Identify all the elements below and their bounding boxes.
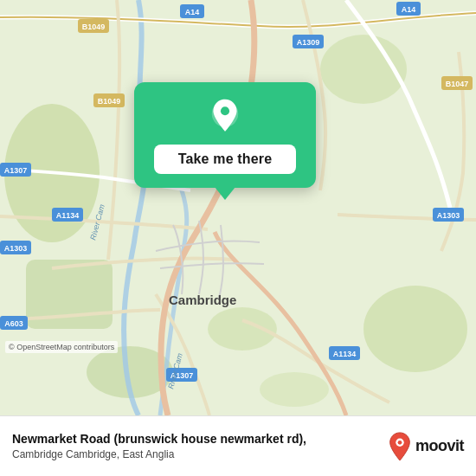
svg-text:A14: A14 [185, 8, 200, 16]
info-bar: Newmarket Road (brunswick house newmarke… [0, 415, 476, 476]
location-pin-icon [206, 98, 244, 136]
svg-text:A1134: A1134 [56, 211, 80, 220]
moovit-pin-icon [388, 432, 412, 461]
svg-text:A1303: A1303 [437, 211, 460, 220]
moovit-wordmark: moovit [415, 437, 464, 455]
info-text: Newmarket Road (brunswick house newmarke… [12, 431, 379, 462]
svg-text:Cambridge: Cambridge [169, 293, 236, 307]
map-view: A14 A14 B1049 B1049 A1307 A1309 B1047 A1… [0, 0, 476, 415]
map-attribution: © OpenStreetMap contributors [5, 341, 118, 353]
svg-text:B1047: B1047 [446, 80, 469, 88]
svg-text:A1307: A1307 [4, 166, 28, 175]
svg-text:B1049: B1049 [82, 23, 106, 31]
svg-text:A603: A603 [4, 319, 23, 328]
svg-point-41 [398, 440, 402, 444]
svg-text:A14: A14 [402, 5, 416, 14]
location-title: Newmarket Road (brunswick house newmarke… [12, 431, 379, 447]
svg-text:A1303: A1303 [4, 244, 28, 253]
svg-point-2 [363, 286, 467, 372]
location-subtitle: Cambridge Cambridge, East Anglia [12, 448, 379, 462]
map-svg: A14 A14 B1049 B1049 A1307 A1309 B1047 A1… [0, 0, 476, 415]
popup-card: Take me there [134, 82, 316, 188]
svg-text:A1134: A1134 [333, 350, 357, 358]
svg-point-39 [221, 106, 229, 115]
moovit-logo: moovit [388, 432, 464, 461]
svg-point-7 [260, 372, 329, 407]
take-me-there-button[interactable]: Take me there [154, 145, 297, 174]
svg-text:B1049: B1049 [98, 97, 121, 106]
svg-text:A1309: A1309 [297, 38, 320, 47]
